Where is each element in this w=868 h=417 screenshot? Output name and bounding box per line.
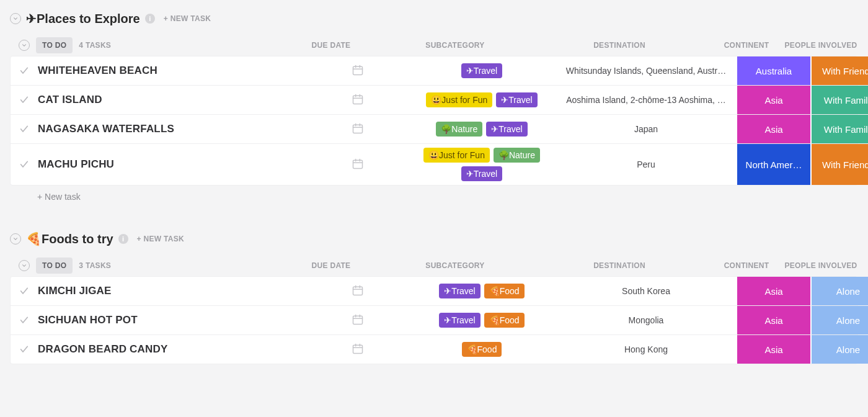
column-header-continent[interactable]: CONTINENT bbox=[709, 261, 784, 270]
continent-cell[interactable]: Asia bbox=[736, 335, 810, 364]
tag-nature[interactable]: 🌳Nature bbox=[494, 148, 540, 163]
subcategory-cell[interactable]: ✈Travel🍕Food bbox=[407, 280, 556, 302]
tag-travel[interactable]: ✈Travel bbox=[461, 63, 502, 78]
due-date-cell[interactable] bbox=[308, 343, 407, 357]
task-name[interactable]: MACHU PICHU bbox=[38, 152, 308, 177]
task-name[interactable]: KIMCHI JIGAE bbox=[38, 279, 308, 303]
svg-rect-4 bbox=[353, 96, 363, 104]
due-date-cell[interactable] bbox=[308, 64, 407, 78]
task-name[interactable]: CAT ISLAND bbox=[38, 87, 308, 112]
continent-cell[interactable]: Asia bbox=[736, 115, 810, 143]
due-date-cell[interactable] bbox=[308, 122, 407, 137]
continent-cell[interactable]: Asia bbox=[736, 306, 810, 334]
due-date-cell[interactable] bbox=[308, 313, 407, 328]
complete-checkbox[interactable] bbox=[11, 344, 38, 354]
info-icon[interactable]: i bbox=[118, 234, 128, 244]
continent-cell[interactable]: Asia bbox=[736, 86, 810, 114]
column-header-people[interactable]: PEOPLE INVOLVED bbox=[784, 261, 858, 270]
people-cell[interactable]: With Family bbox=[810, 115, 868, 143]
destination-cell[interactable]: Aoshima Island, 2-chōme-13 Aoshima, … bbox=[556, 95, 736, 105]
destination-cell[interactable]: Mongolia bbox=[556, 315, 736, 325]
task-name[interactable]: WHITEHEAVEN BEACH bbox=[38, 58, 308, 83]
task-table: WHITEHEAVEN BEACH✈TravelWhitsunday Islan… bbox=[10, 56, 858, 186]
info-icon[interactable]: i bbox=[145, 14, 155, 24]
task-row[interactable]: CAT ISLAND😃Just for Fun✈TravelAoshima Is… bbox=[11, 85, 857, 114]
destination-cell[interactable]: South Korea bbox=[556, 286, 736, 296]
tag-travel[interactable]: ✈Travel bbox=[496, 92, 537, 107]
new-task-button[interactable]: + NEW TASK bbox=[164, 14, 211, 23]
complete-checkbox[interactable] bbox=[11, 124, 38, 134]
subcategory-cell[interactable]: 😃Just for Fun✈Travel bbox=[407, 89, 556, 111]
status-collapse-toggle[interactable] bbox=[19, 260, 30, 271]
destination-cell[interactable]: Japan bbox=[556, 124, 736, 134]
new-task-row[interactable]: + New task bbox=[10, 186, 858, 208]
svg-rect-16 bbox=[353, 287, 363, 295]
tag-fun[interactable]: 😃Just for Fun bbox=[423, 148, 490, 163]
group-header: ✈Places to Explorei+ NEW TASK bbox=[10, 7, 858, 37]
column-header-due_date[interactable]: DUE DATE bbox=[281, 261, 381, 270]
due-date-cell[interactable] bbox=[308, 284, 407, 298]
destination-cell[interactable]: Peru bbox=[556, 159, 736, 169]
status-label[interactable]: TO DO bbox=[36, 37, 73, 53]
column-header-subcategory[interactable]: SUBCATEGORY bbox=[381, 261, 529, 270]
svg-rect-0 bbox=[353, 66, 363, 74]
tag-travel[interactable]: ✈Travel bbox=[461, 166, 502, 181]
people-cell[interactable]: Alone bbox=[810, 306, 868, 334]
task-row[interactable]: NAGASAKA WATERFALLS🌳Nature✈TravelJapanAs… bbox=[11, 114, 857, 143]
people-cell[interactable]: With Friends bbox=[810, 144, 868, 185]
people-cell[interactable]: Alone bbox=[810, 277, 868, 305]
task-row[interactable]: WHITEHEAVEN BEACH✈TravelWhitsunday Islan… bbox=[11, 56, 857, 85]
calendar-icon bbox=[352, 93, 364, 107]
complete-checkbox[interactable] bbox=[11, 159, 38, 169]
calendar-icon bbox=[352, 284, 364, 298]
tag-food[interactable]: 🍕Food bbox=[484, 284, 525, 298]
complete-checkbox[interactable] bbox=[11, 95, 38, 105]
group: ✈Places to Explorei+ NEW TASKTO DO4 TASK… bbox=[10, 7, 858, 208]
subcategory-cell[interactable]: 🍕Food bbox=[407, 338, 556, 361]
status-label[interactable]: TO DO bbox=[36, 258, 73, 274]
column-header-people[interactable]: PEOPLE INVOLVED bbox=[784, 41, 858, 50]
collapse-toggle[interactable] bbox=[10, 233, 21, 244]
column-header-due_date[interactable]: DUE DATE bbox=[281, 41, 381, 50]
tag-travel[interactable]: ✈Travel bbox=[439, 313, 480, 328]
status-header-row: TO DO4 TASKSDUE DATESUBCATEGORYDESTINATI… bbox=[10, 37, 858, 53]
task-row[interactable]: SICHUAN HOT POT✈Travel🍕FoodMongoliaAsiaA… bbox=[11, 305, 857, 334]
continent-cell[interactable]: North Amer… bbox=[736, 144, 810, 185]
column-header-destination[interactable]: DESTINATION bbox=[529, 261, 709, 270]
task-row[interactable]: DRAGON BEARD CANDY🍕FoodHong KongAsiaAlon… bbox=[11, 334, 857, 364]
tag-travel[interactable]: ✈Travel bbox=[486, 122, 527, 137]
tag-fun[interactable]: 😃Just for Fun bbox=[426, 92, 492, 107]
due-date-cell[interactable] bbox=[308, 93, 407, 107]
tag-travel[interactable]: ✈Travel bbox=[439, 284, 480, 298]
status-collapse-toggle[interactable] bbox=[19, 40, 30, 51]
complete-checkbox[interactable] bbox=[11, 66, 38, 76]
collapse-toggle[interactable] bbox=[10, 13, 21, 24]
people-cell[interactable]: With Family bbox=[810, 86, 868, 114]
new-task-button[interactable]: + NEW TASK bbox=[137, 235, 184, 243]
column-header-subcategory[interactable]: SUBCATEGORY bbox=[381, 41, 529, 50]
task-name[interactable]: NAGASAKA WATERFALLS bbox=[38, 117, 308, 141]
continent-cell[interactable]: Australia bbox=[736, 56, 810, 85]
complete-checkbox[interactable] bbox=[11, 286, 38, 296]
tag-food[interactable]: 🍕Food bbox=[484, 313, 525, 328]
subcategory-cell[interactable]: 😃Just for Fun🌳Nature✈Travel bbox=[407, 144, 556, 185]
subcategory-cell[interactable]: ✈Travel bbox=[407, 60, 556, 82]
destination-cell[interactable]: Whitsunday Islands, Queensland, Austr… bbox=[556, 66, 736, 76]
subcategory-cell[interactable]: 🌳Nature✈Travel bbox=[407, 118, 556, 140]
due-date-cell[interactable] bbox=[308, 158, 407, 172]
task-name[interactable]: SICHUAN HOT POT bbox=[38, 308, 308, 333]
continent-cell[interactable]: Asia bbox=[736, 277, 810, 305]
subcategory-cell[interactable]: ✈Travel🍕Food bbox=[407, 309, 556, 331]
column-header-continent[interactable]: CONTINENT bbox=[709, 41, 784, 50]
destination-cell[interactable]: Hong Kong bbox=[556, 344, 736, 354]
task-name[interactable]: DRAGON BEARD CANDY bbox=[38, 337, 308, 362]
task-count: 3 TASKS bbox=[79, 261, 111, 270]
tag-nature[interactable]: 🌳Nature bbox=[436, 122, 482, 137]
column-header-destination[interactable]: DESTINATION bbox=[529, 41, 709, 50]
task-row[interactable]: KIMCHI JIGAE✈Travel🍕FoodSouth KoreaAsiaA… bbox=[11, 277, 857, 305]
tag-food[interactable]: 🍕Food bbox=[462, 342, 502, 357]
complete-checkbox[interactable] bbox=[11, 315, 38, 325]
people-cell[interactable]: With Friends bbox=[810, 56, 868, 85]
people-cell[interactable]: Alone bbox=[810, 335, 868, 364]
task-row[interactable]: MACHU PICHU😃Just for Fun🌳Nature✈TravelPe… bbox=[11, 143, 857, 185]
